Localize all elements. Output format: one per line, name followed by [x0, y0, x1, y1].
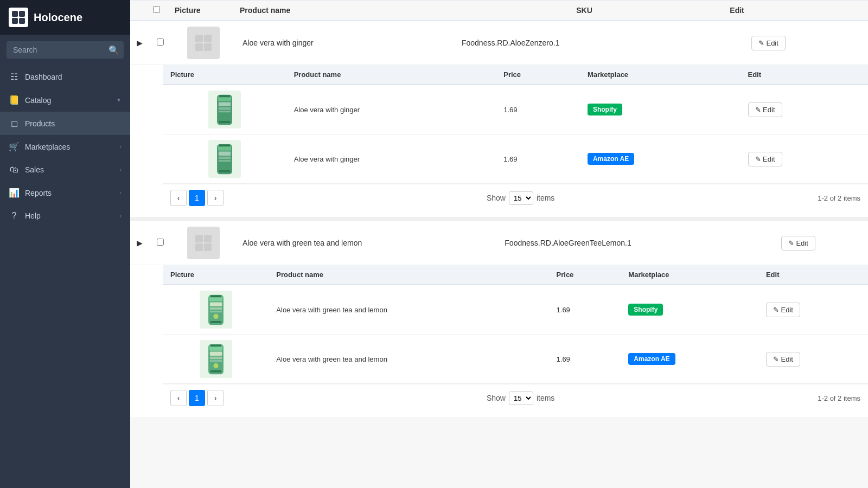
- items-per-page-select[interactable]: 15 25 50: [509, 191, 533, 205]
- prev-page-btn[interactable]: ‹: [170, 190, 187, 206]
- product-checkbox-2[interactable]: [157, 239, 164, 246]
- dashboard-icon: ☷: [9, 72, 20, 82]
- variant-price-cell: 1.69: [549, 285, 621, 335]
- svg-rect-19: [219, 160, 231, 162]
- checkbox-col-header: [146, 1, 168, 21]
- variant-price-cell: 1.69: [496, 85, 580, 134]
- marketplace-badge-amazon: Amazon AE: [588, 153, 634, 165]
- sidebar-item-sales[interactable]: 🛍 Sales ‹: [0, 158, 130, 181]
- next-page-btn[interactable]: ›: [207, 190, 224, 206]
- svg-rect-6: [195, 43, 203, 51]
- svg-rect-21: [219, 170, 230, 172]
- svg-point-41: [213, 363, 218, 368]
- variant-picture-cell: [163, 134, 286, 184]
- variant-picture-cell: [163, 335, 269, 384]
- app-name: Holocene: [34, 11, 82, 24]
- svg-rect-10: [219, 102, 231, 106]
- variant-picture-cell: [163, 285, 269, 335]
- product-name-cell-1: Aloe vera with ginger: [236, 21, 455, 65]
- variant-edit-btn[interactable]: ✎ Edit: [766, 352, 800, 367]
- help-icon: ?: [9, 211, 20, 221]
- sidebar-item-label: Catalog: [25, 96, 111, 105]
- variant-edit-btn[interactable]: ✎ Edit: [748, 102, 782, 117]
- svg-rect-32: [210, 320, 221, 323]
- variant-name-cell: Aloe vera with ginger: [286, 134, 496, 184]
- sidebar-item-help[interactable]: ? Help ‹: [0, 204, 130, 227]
- sales-icon: 🛍: [9, 165, 20, 175]
- svg-rect-30: [210, 311, 222, 312]
- svg-rect-14: [219, 120, 230, 123]
- expand-btn-2[interactable]: ▶: [130, 221, 149, 265]
- variant-name-cell: Aloe vera with ginger: [286, 85, 496, 134]
- items-label: items: [537, 394, 554, 402]
- product-row-1: ▶ Aloe ve: [130, 21, 868, 65]
- table-row: Aloe vera with ginger 1.69 Shopify ✎ Edi…: [163, 85, 868, 134]
- prev-page-btn[interactable]: ‹: [170, 390, 187, 406]
- variant-marketplace-cell: Shopify: [621, 285, 758, 335]
- svg-rect-1: [19, 11, 25, 17]
- sub-edit-header: Edit: [758, 265, 868, 285]
- svg-rect-13: [219, 95, 230, 97]
- table-row: ▶ Aloe ve: [130, 221, 868, 265]
- product-edit-btn-1[interactable]: ✎ Edit: [751, 36, 786, 50]
- product-edit-cell-2: ✎ Edit: [775, 221, 868, 265]
- sidebar: Holocene 🔍 ☷ Dashboard 📒 Catalog ▼ ◻ Pro…: [0, 0, 130, 488]
- variant-image: [200, 340, 232, 378]
- variant-edit-btn[interactable]: ✎ Edit: [766, 303, 800, 317]
- sub-product-name-header: Product name: [269, 265, 548, 285]
- edit-col-header: Edit: [723, 1, 868, 21]
- svg-rect-39: [210, 344, 221, 346]
- show-items-control: Show 15 25 50 items: [487, 391, 554, 405]
- select-all-checkbox[interactable]: [153, 6, 160, 13]
- sub-table-wrapper-2: Picture Product name Price Marketplace E…: [130, 265, 868, 417]
- sub-edit-header: Edit: [741, 65, 869, 85]
- sidebar-item-reports[interactable]: 📊 Reports ‹: [0, 181, 130, 204]
- marketplace-badge-shopify: Shopify: [628, 304, 663, 316]
- show-label: Show: [487, 394, 506, 402]
- svg-rect-25: [204, 243, 212, 251]
- expand-btn-1[interactable]: ▶: [130, 21, 149, 65]
- expand-col-header: [130, 1, 146, 21]
- variant-edit-btn[interactable]: ✎ Edit: [748, 152, 782, 166]
- variant-marketplace-cell: Shopify: [580, 85, 741, 134]
- svg-rect-0: [12, 11, 18, 17]
- svg-point-33: [213, 313, 218, 318]
- product-placeholder-2: [187, 227, 220, 259]
- search-button[interactable]: 🔍: [108, 45, 119, 55]
- next-page-btn[interactable]: ›: [207, 390, 224, 406]
- sidebar-item-catalog[interactable]: 📒 Catalog ▼: [0, 88, 130, 112]
- table-row: ▶ Aloe ve: [130, 21, 868, 65]
- product-name-col-header: Product name: [233, 1, 570, 21]
- reports-icon: 📊: [9, 188, 20, 198]
- pagination-2: ‹ 1 › Show 15 25 50 items 1-2 of 2 items: [163, 384, 868, 412]
- variant-image: [208, 140, 241, 178]
- chevron-down-icon: ▼: [116, 97, 122, 103]
- show-items-control: Show 15 25 50 items: [487, 191, 554, 205]
- product-checkbox-1[interactable]: [157, 38, 164, 46]
- checkbox-cell-2: [149, 221, 171, 265]
- sidebar-item-dashboard[interactable]: ☷ Dashboard: [0, 65, 130, 88]
- items-per-page-select[interactable]: 15 25 50: [509, 391, 533, 405]
- svg-rect-38: [210, 360, 222, 362]
- logo-area: Holocene: [0, 0, 130, 35]
- product-edit-btn-2[interactable]: ✎ Edit: [781, 236, 815, 251]
- svg-rect-11: [219, 107, 231, 110]
- product-edit-cell-1: ✎ Edit: [745, 21, 868, 65]
- sku-col-header: SKU: [570, 1, 723, 21]
- product-row-2: ▶ Aloe ve: [130, 221, 868, 265]
- sub-marketplace-header: Marketplace: [621, 265, 758, 285]
- svg-rect-20: [219, 144, 230, 146]
- sidebar-item-label: Help: [25, 211, 114, 220]
- page-1-btn[interactable]: 1: [189, 390, 205, 406]
- sidebar-item-products[interactable]: ◻ Products: [0, 112, 130, 135]
- svg-rect-3: [19, 18, 25, 24]
- svg-rect-37: [210, 356, 222, 359]
- svg-rect-17: [219, 151, 231, 155]
- page-1-btn[interactable]: 1: [189, 190, 205, 206]
- search-input[interactable]: [7, 41, 124, 59]
- sidebar-nav: ☷ Dashboard 📒 Catalog ▼ ◻ Products 🛒 Mar…: [0, 65, 130, 227]
- sidebar-item-marketplaces[interactable]: 🛒 Marketplaces ‹: [0, 135, 130, 158]
- svg-rect-22: [195, 235, 203, 242]
- show-label: Show: [487, 194, 506, 202]
- marketplace-badge-amazon: Amazon AE: [628, 353, 675, 365]
